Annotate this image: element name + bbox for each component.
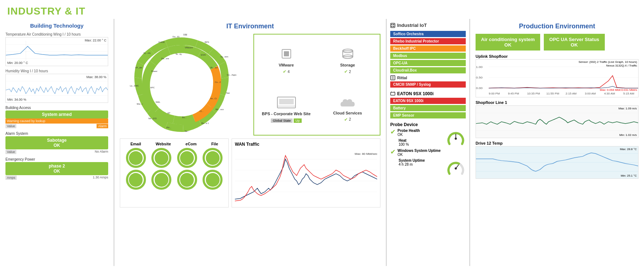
building-panel: Building Technology Temperature Air Cond… [0, 19, 114, 266]
email-circle-inner [129, 151, 143, 165]
svg-text:VMware: VMware [185, 47, 193, 49]
svg-text:Ne...072: Ne...072 [148, 117, 157, 120]
bps-global-state: Global State [271, 118, 293, 123]
iot-emp-bar: EMP Sensor [390, 112, 466, 118]
svg-text:Te...ity: Te...ity [175, 53, 182, 55]
wan-panel: WAN Traffic Max: 80 Mbit/sec [232, 138, 380, 207]
temp-chart: Temperature Air Conditioning Wing I / 10… [5, 32, 108, 66]
temp-chart-box: Max: 22.00 ° C Min: 20.00 ° C [5, 37, 108, 66]
drive-max: Max: 28.8 °C [620, 148, 637, 151]
building-access-status: System armed [5, 110, 108, 118]
svg-text:AP: AP [167, 112, 170, 114]
probe-uptime-item: ✔ Windows System Uptime OK [390, 149, 466, 157]
svg-text:Go...Apps: Go...Apps [227, 74, 237, 76]
building-access-values: Value Alarm [5, 124, 108, 129]
ecom-circle-outer [177, 148, 197, 168]
file-circle-outer [203, 148, 223, 168]
svg-text:PH...: PH... [166, 126, 171, 129]
uplink-title: Uplink Shopfloor [476, 54, 639, 59]
svg-text:An...Ci: An...Ci [210, 97, 217, 100]
probe-heat-name: Heat [399, 138, 409, 142]
probe-sysuptime-status: 4 h 28 m [399, 162, 425, 166]
svg-text:3:00 AM: 3:00 AM [585, 92, 596, 95]
prod-title: Production Environment [476, 23, 639, 30]
probe-health-status: OK [398, 133, 420, 137]
rittal-label: Rittal [397, 76, 407, 80]
uplink-note2: Nexus 3132Q-X / Traffic [579, 64, 637, 68]
svg-point-65 [455, 168, 457, 170]
email-circle-inner-2 [129, 173, 143, 187]
vmware-item: VMware ✔4 [257, 37, 315, 83]
building-access-alarm-label: Alarm [97, 124, 108, 128]
svg-text:10:35 PM: 10:35 PM [527, 92, 540, 95]
storage-label: Storage [340, 63, 355, 67]
svg-rect-51 [391, 24, 392, 25]
svg-rect-50 [391, 23, 395, 28]
iot-rittal-cmciii: CMCIII SNMP / Syslog [390, 81, 466, 88]
emergency-amps-value: 1.30 Amps [93, 176, 108, 180]
iot-modbus: Modbus [390, 53, 466, 59]
file-circle-outer-2 [203, 170, 223, 190]
svg-text:La...EMC: La...EMC [130, 85, 139, 87]
svg-text:APC: APC [150, 86, 155, 89]
svg-text:SWL: SWL [155, 101, 160, 103]
probe-gauge-2 [446, 158, 466, 178]
iot-beckhoff-bar: Beckhoff IPC [390, 45, 466, 52]
svg-text:AP_ide: AP_ide [135, 67, 142, 69]
cloud-count: ✔2 [344, 117, 351, 122]
iot-rittal-bar: CMCIII SNMP / Syslog [390, 81, 466, 88]
probe-health-name: Probe Health [398, 129, 420, 133]
svg-text:Da...01: Da...01 [172, 36, 180, 38]
building-access-value-label: Value [5, 124, 16, 128]
svg-text:Co...2: Co...2 [215, 81, 221, 83]
svg-rect-59 [391, 92, 395, 95]
iot-rhebo: Rhebo Industrial Protector [390, 38, 466, 44]
cloud-item: Cloud Services ✔2 [318, 86, 377, 132]
probe-uptime-name: Windows System Uptime [398, 149, 441, 153]
page-title: INDUSTRY & IT [7, 5, 637, 17]
iot-modbus-bar: Modbus [390, 53, 466, 59]
humidity-chart: Humidity Wing I / 10 hours Max: 38.00 % … [5, 69, 108, 103]
svg-text:0.50: 0.50 [476, 76, 483, 79]
iot-eaton-main: EATON 9SX 1000i [390, 98, 466, 104]
alarm-status-text: Sabotage [8, 138, 105, 143]
building-access-label: Building Access [5, 106, 108, 110]
svg-text:BPS: BPS [205, 41, 209, 43]
website-circle-inner-2 [155, 173, 168, 187]
eaton-header: EATON 9SX 1000i [390, 91, 466, 96]
svg-text:1.00: 1.00 [476, 65, 483, 68]
svg-point-7 [152, 56, 211, 114]
svg-point-63 [455, 138, 457, 140]
donut-chart: VM BPS Sy...tem Go...Apps Net ML...sco B… [120, 34, 250, 143]
humidity-label: Humidity Wing I / 10 hours [5, 69, 108, 73]
bps-item: BPS - Corporate Web Site Global State Up [257, 86, 315, 132]
it-panel: IT Environment [114, 19, 387, 266]
emergency-values: Amps 1.30 Amps [5, 175, 108, 180]
prod-badges-row: Air conditioning system OK OPC UA Server… [476, 34, 639, 51]
emergency-power-label: Emergency Power [5, 157, 108, 161]
website-circle-outer [151, 148, 171, 168]
bps-label: BPS - Corporate Web Site [262, 112, 310, 116]
uplink-chart: Sensor: (002) 2 Traffic (Live Graph, 10 … [476, 59, 639, 97]
svg-text:Se...: Se... [185, 130, 189, 132]
probe-section: Probe Device ✔ Probe Health OK Heat [390, 122, 466, 178]
emergency-power: Emergency Power phase 2 OK Amps 1.30 Amp… [5, 157, 108, 180]
alarm-system-label: Alarm System [5, 132, 108, 136]
probe-gauge [446, 129, 466, 149]
prod-badge-aircon: Air conditioning system OK [476, 34, 540, 51]
building-title: Building Technology [5, 23, 108, 29]
alarm-system: Alarm System Sabotage OK Value No Alarm [5, 132, 108, 154]
iot-soffico-bar: Soffico Orchestra [390, 31, 466, 37]
svg-text:GUDE: GUDE [158, 41, 164, 43]
wan-chart: Max: 80 Mbit/sec [235, 148, 377, 205]
emergency-amps-label: Amps [5, 176, 17, 180]
svg-text:Bu...: Bu... [182, 116, 187, 118]
svg-text:BL...acr: BL...acr [211, 67, 218, 69]
probe-heat-item: Heat 100 % [390, 138, 444, 146]
svg-text:ML...sco: ML...sco [216, 108, 224, 110]
vmware-count: ✔4 [283, 69, 290, 74]
bps-up: Up [294, 118, 302, 123]
it-title: IT Environment [120, 23, 380, 30]
iot-opcua: OPC-UA [390, 60, 466, 66]
svg-text:Sy...tem: Sy...tem [220, 56, 228, 58]
